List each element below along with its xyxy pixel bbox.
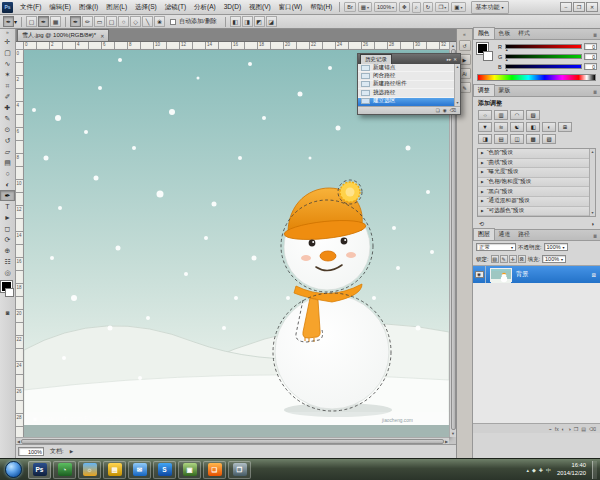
delete-state-icon[interactable]: ⌫ [450, 108, 456, 113]
menu-item-9[interactable]: 窗口(W) [275, 1, 306, 14]
layer-group-icon[interactable]: ❐ [574, 426, 578, 432]
levels-icon[interactable]: ▥ [494, 110, 508, 120]
history-scrollbar[interactable]: ▲▼ [454, 64, 460, 106]
gradient-tool[interactable]: ▤ [0, 157, 15, 168]
layer-style-icon[interactable]: fx [555, 426, 559, 432]
rotate-view-icon[interactable]: ↻ [423, 2, 434, 12]
ellipse-icon[interactable]: ○ [118, 16, 129, 27]
slider-track[interactable]: ▲ [505, 54, 582, 59]
slider-thumb-icon[interactable]: ▲ [505, 48, 508, 52]
slider-value-field[interactable]: 0 [584, 43, 597, 50]
menu-item-5[interactable]: 滤镜(T) [161, 1, 190, 14]
photo-filter-icon[interactable]: ◐ [542, 122, 556, 132]
tab-styles[interactable]: 样式 [514, 28, 534, 39]
clone-stamp-tool[interactable]: ⊙ [0, 124, 15, 135]
slider-track[interactable]: ▲ [505, 64, 582, 69]
tab-swatches[interactable]: 色板 [495, 28, 515, 39]
menu-item-1[interactable]: 编辑(E) [45, 1, 75, 14]
threshold-icon[interactable]: ◫ [510, 134, 524, 144]
lock-move-icon[interactable]: ✛ [509, 255, 517, 263]
pen-icon[interactable]: ✒ [70, 16, 81, 27]
tab-layers[interactable]: 图层 [473, 228, 495, 240]
taskbar-presentation[interactable]: ❏ [203, 461, 226, 479]
preset-row[interactable]: ▶“曝光度”预设 [478, 168, 589, 178]
rounded-rectangle-icon[interactable]: ▢ [106, 16, 117, 27]
fill-field[interactable]: 100% ▾ [542, 255, 566, 263]
new-layer-icon[interactable]: ▤ [581, 426, 586, 432]
background-color-swatch[interactable] [483, 51, 493, 61]
new-snapshot-icon[interactable]: ◉ [443, 108, 447, 113]
horizontal-scrollbar[interactable]: ◀▶ [16, 437, 449, 444]
link-layers-icon[interactable]: ⌁ [549, 426, 552, 432]
toolbar-collapse-icon[interactable]: » [6, 29, 9, 36]
eyedropper-tool[interactable]: ✐ [0, 91, 15, 102]
path-selection-tool[interactable]: ► [0, 212, 15, 223]
tray-network-icon[interactable]: ◆ [532, 467, 536, 473]
slider-track[interactable]: ▲ [505, 44, 582, 49]
posterize-icon[interactable]: ▤ [494, 134, 508, 144]
lasso-tool[interactable]: ∿ [0, 58, 15, 69]
slider-value-field[interactable]: 0 [584, 63, 597, 70]
hue-saturation-icon[interactable]: ≋ [494, 122, 508, 132]
tab-channels[interactable]: 通道 [495, 229, 515, 240]
crop-tool[interactable]: ⌗ [0, 80, 15, 91]
menu-item-6[interactable]: 分析(A) [190, 1, 220, 14]
intersect-path-icon[interactable]: ◩ [254, 16, 265, 27]
taskbar-photos[interactable]: ▣ [178, 461, 201, 479]
tray-safety-icon[interactable]: ✚ [539, 467, 543, 473]
tab-masks[interactable]: 蒙版 [495, 85, 515, 96]
preset-row[interactable]: ▶“色相/饱和度”预设 [478, 178, 589, 188]
opacity-field[interactable]: 100% ▾ [544, 243, 568, 251]
slider-thumb-icon[interactable]: ▲ [505, 58, 508, 62]
visibility-cell[interactable]: ◉ [473, 266, 486, 283]
workspace-switcher[interactable]: 基本功能 ▾ [471, 1, 509, 14]
zoom-level-box[interactable]: 100%▾ [374, 2, 397, 12]
exposure-icon[interactable]: ▧ [526, 110, 540, 120]
panel-menu-icon[interactable]: ≣ [593, 233, 600, 240]
layer-mask-icon[interactable]: ◐ [562, 426, 565, 432]
exclude-path-icon[interactable]: ◪ [266, 16, 277, 27]
black-white-icon[interactable]: ◧ [526, 122, 540, 132]
presets-scrollbar[interactable]: ▲▼ [589, 149, 595, 216]
view-extras-icon[interactable]: ▦▾ [358, 2, 372, 12]
preset-row[interactable]: ▶“色阶”预设 [478, 149, 589, 159]
menu-item-0[interactable]: 文件(F) [16, 1, 45, 14]
polygon-icon[interactable]: ◇ [130, 16, 141, 27]
expanded-view-icon[interactable]: ⟲ [479, 220, 484, 227]
channel-mixer-icon[interactable]: ⊞ [558, 122, 572, 132]
preset-row[interactable]: ▶“可选颜色”预设 [478, 207, 589, 217]
shape-tool[interactable]: ◻ [0, 223, 15, 234]
preset-row[interactable]: ▶“黑白”预设 [478, 187, 589, 197]
taskbar-documents[interactable]: ❐ [228, 461, 251, 479]
bridge-icon[interactable]: Br [344, 2, 356, 12]
custom-shape-icon[interactable]: ❀ [154, 16, 165, 27]
new-document-from-state-icon[interactable]: ❏ [436, 108, 440, 113]
show-desktop-button[interactable] [592, 461, 597, 479]
rectangle-icon[interactable]: ▭ [94, 16, 105, 27]
invert-icon[interactable]: ◨ [478, 134, 492, 144]
pen-tool[interactable]: ✒ [0, 190, 15, 201]
tray-ime-icon[interactable]: 中 [546, 467, 551, 473]
preset-row[interactable]: ▶“曲线”预设 [478, 159, 589, 169]
quick-selection-tool[interactable]: ✶ [0, 69, 15, 80]
lock-all-icon[interactable]: ⊠ [518, 255, 526, 263]
curves-icon[interactable]: ◠ [510, 110, 524, 120]
clip-to-layer-icon[interactable]: ◑ [590, 221, 594, 227]
fill-pixels-icon[interactable]: ▦ [50, 16, 61, 27]
orbit-3d-tool[interactable]: ⊕ [0, 245, 15, 256]
zoom-icon[interactable]: ⌕ [412, 2, 421, 13]
move-tool[interactable]: ✛ [0, 36, 15, 47]
screen-mode-icon[interactable]: ▣▾ [451, 2, 465, 12]
tab-color[interactable]: 颜色 [473, 27, 495, 39]
panel-menu-icon[interactable]: ≣ [593, 32, 600, 39]
line-icon[interactable]: ╲ [142, 16, 153, 27]
history-panel-header[interactable]: 历史记录 ▸▸ ✕ [358, 54, 460, 64]
eye-icon[interactable]: ◉ [475, 271, 484, 278]
document-tab[interactable]: 雪人.jpg @ 100%(RGB/8#)* ✕ [17, 29, 109, 41]
taskbar-clock[interactable]: 16:40 2014/12/20 [557, 462, 586, 476]
blend-mode-select[interactable]: 正常 ▾ [476, 243, 516, 251]
menu-item-4[interactable]: 选择(S) [131, 1, 161, 14]
tab-adjustments[interactable]: 调整 [473, 84, 495, 96]
tab-close-icon[interactable]: ✕ [100, 33, 104, 39]
healing-brush-tool[interactable]: ✚ [0, 102, 15, 113]
